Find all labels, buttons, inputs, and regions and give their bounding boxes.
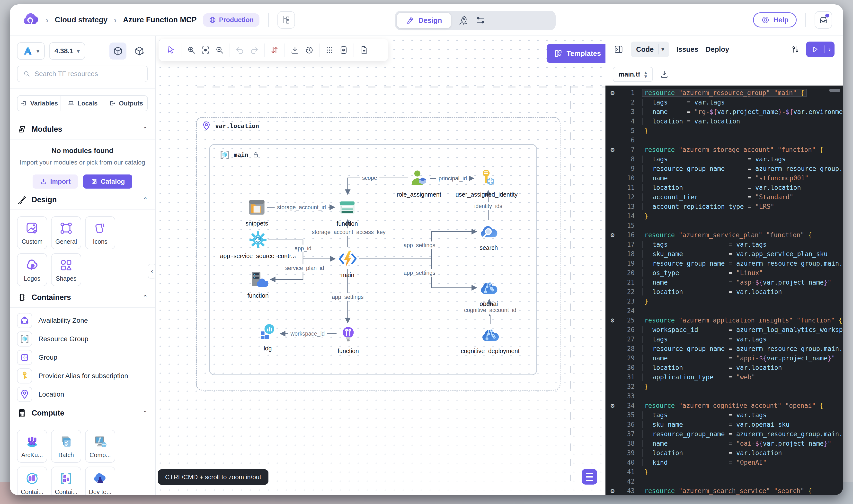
toolbar-undo-icon[interactable]: [233, 43, 247, 57]
code-line-12[interactable]: 12 account_tier = "Standard": [606, 192, 843, 202]
code-line-15[interactable]: 15: [606, 221, 843, 230]
breadcrumb-architecture[interactable]: Azure Function MCP: [123, 16, 197, 24]
toolbar-sort-icon[interactable]: [267, 43, 282, 57]
node-function-storage[interactable]: function: [328, 198, 367, 227]
environment-badge[interactable]: Production: [203, 13, 260, 27]
code-line-7[interactable]: ⚙7resource "azurerm_storage_account" "fu…: [606, 145, 843, 154]
chevron-up-icon[interactable]: ⌃: [142, 126, 148, 133]
gear-icon[interactable]: ⚙: [606, 487, 620, 494]
inbox-button[interactable]: [815, 11, 832, 29]
toolbar-download-icon[interactable]: [288, 43, 302, 57]
container-item-group[interactable]: Group: [17, 350, 148, 365]
catalog-button[interactable]: Catalog: [83, 175, 132, 188]
templates-button[interactable]: Templates: [546, 44, 606, 63]
diagram-canvas[interactable]: Templates var.location main snippetsfu: [156, 36, 606, 495]
sidebar-collapse-handle[interactable]: ‹: [148, 264, 156, 278]
node-user-assigned-identity[interactable]: user_assigned_identity: [467, 169, 506, 198]
code-editor[interactable]: ⚙1resource "azurerm_resource_group" "mai…: [606, 86, 843, 495]
container-item-location[interactable]: Location: [17, 387, 148, 402]
code-line-39[interactable]: 39 location = var.location: [606, 448, 843, 457]
file-select[interactable]: main.tf ▴▾: [613, 67, 653, 82]
code-line-4[interactable]: 4 location = var.location: [606, 116, 843, 126]
code-line-32[interactable]: 32}: [606, 382, 843, 391]
code-line-3[interactable]: 3 name = "rg-${var.project_name}-${var.e…: [606, 107, 843, 116]
version-select[interactable]: 4.38.1 ▾: [49, 42, 85, 60]
toolbar-cursor-icon[interactable]: [164, 43, 178, 57]
gear-icon[interactable]: ⚙: [606, 402, 620, 409]
compute-tile-dev-te[interactable]: Dev te...: [85, 467, 115, 495]
code-line-1[interactable]: ⚙1resource "azurerm_resource_group" "mai…: [606, 88, 843, 97]
code-line-21[interactable]: 21 name = "asp-${var.project_name}": [606, 277, 843, 287]
help-button[interactable]: Help: [753, 12, 797, 28]
code-line-16[interactable]: ⚙16resource "azurerm_service_plan" "func…: [606, 230, 843, 240]
code-line-9[interactable]: 9 resource_group_name = azurerm_resource…: [606, 164, 843, 173]
code-line-28[interactable]: 28 resource_group_name = azurerm_resourc…: [606, 344, 843, 353]
settings-sliders-icon[interactable]: [475, 15, 486, 26]
code-line-29[interactable]: 29 name = "appi-${var.project_name}": [606, 353, 843, 363]
container-item-resource-group[interactable]: Resource Group: [17, 331, 148, 346]
chevron-down-icon[interactable]: ▾: [658, 44, 667, 54]
code-line-10[interactable]: 10 name = "stfuncmcp001": [606, 173, 843, 183]
code-line-43[interactable]: ⚙43resource "azurerm_search_service" "se…: [606, 486, 843, 495]
toolbar-zoomout-icon[interactable]: [212, 43, 227, 57]
gear-icon[interactable]: ⚙: [606, 317, 620, 324]
code-line-13[interactable]: 13 account_replication_type = "LRS": [606, 202, 843, 211]
container-item-provider-alias-for-subscription[interactable]: Provider Alias for subscription: [17, 368, 148, 383]
tab-deploy[interactable]: Deploy: [706, 46, 729, 53]
code-line-11[interactable]: 11 location = var.location: [606, 183, 843, 192]
download-icon[interactable]: [660, 70, 669, 79]
node-snippets[interactable]: snippets: [237, 198, 276, 227]
toolbar-zoomin-icon[interactable]: [184, 43, 198, 57]
sidebar-tab-locals[interactable]: Locals: [61, 96, 105, 111]
gear-icon[interactable]: ⚙: [606, 231, 620, 239]
tab-design[interactable]: Design: [397, 13, 451, 28]
module-import-cube-button[interactable]: [131, 42, 148, 59]
compute-tile-arcku[interactable]: ArcKu...: [17, 430, 47, 463]
code-line-18[interactable]: 18 sku_name = var.app_service_plan_sku: [606, 249, 843, 258]
code-line-17[interactable]: 17 tags = var.tags: [606, 240, 843, 249]
node-function-insights[interactable]: function: [329, 325, 368, 355]
code-line-35[interactable]: 35 tags = var.tags: [606, 410, 843, 420]
chevron-up-icon[interactable]: ⌃: [142, 294, 148, 301]
code-line-24[interactable]: 24: [606, 306, 843, 316]
node-log[interactable]: log: [248, 323, 287, 352]
chevron-up-icon[interactable]: ⌃: [142, 196, 148, 204]
node-main[interactable]: main: [328, 249, 367, 278]
code-line-2[interactable]: 2 tags = var.tags: [606, 97, 843, 107]
code-line-22[interactable]: 22 location = var.location: [606, 287, 843, 296]
tab-code[interactable]: Code ▾: [631, 41, 669, 57]
code-line-36[interactable]: 36 sku_name = var.openai_sku: [606, 420, 843, 429]
code-line-14[interactable]: 14}: [606, 211, 843, 221]
chevron-up-icon[interactable]: ⌃: [142, 410, 148, 417]
code-line-23[interactable]: 23}: [606, 296, 843, 306]
code-line-20[interactable]: 20 os_type = "Linux": [606, 268, 843, 277]
toolbar-doc-icon[interactable]: [357, 43, 371, 57]
gear-icon[interactable]: ⚙: [606, 146, 620, 153]
code-line-19[interactable]: 19 resource_group_name = azurerm_resourc…: [606, 258, 843, 268]
format-icon[interactable]: [790, 44, 800, 54]
toolbar-grid-icon[interactable]: [323, 43, 336, 57]
module-cube-button[interactable]: [109, 42, 126, 59]
design-tile-icons[interactable]: Icons: [85, 216, 115, 249]
run-chevron-icon[interactable]: ›: [824, 46, 835, 53]
sidebar-tab-outputs[interactable]: Outputs: [104, 96, 147, 111]
gear-icon[interactable]: ⚙: [606, 89, 620, 96]
design-tile-logos[interactable]: Logos: [17, 253, 47, 286]
code-line-5[interactable]: 5}: [606, 126, 843, 136]
tab-issues[interactable]: Issues: [677, 46, 698, 53]
search-input[interactable]: Search TF resources: [17, 66, 148, 82]
code-line-31[interactable]: 31 application_type = "web": [606, 372, 843, 382]
design-tile-custom[interactable]: Custom: [17, 216, 47, 249]
code-line-40[interactable]: 40 kind = "OpenAI": [606, 457, 843, 467]
design-tile-shapes[interactable]: Shapes: [51, 253, 81, 286]
import-button[interactable]: Import: [33, 175, 78, 188]
code-line-26[interactable]: 26 workspace_id = azurerm_log_analytics_…: [606, 325, 843, 335]
toolbar-focus-icon[interactable]: [198, 43, 212, 57]
provider-select[interactable]: ▾: [17, 42, 45, 60]
node-openai[interactable]: openai: [469, 278, 508, 307]
node-search[interactable]: search: [469, 222, 508, 251]
deploy-rocket-icon[interactable]: [458, 15, 468, 26]
code-line-41[interactable]: 41}: [606, 467, 843, 476]
toolbar-history-icon[interactable]: [302, 43, 316, 57]
toolbar-redo-icon[interactable]: [247, 43, 261, 57]
